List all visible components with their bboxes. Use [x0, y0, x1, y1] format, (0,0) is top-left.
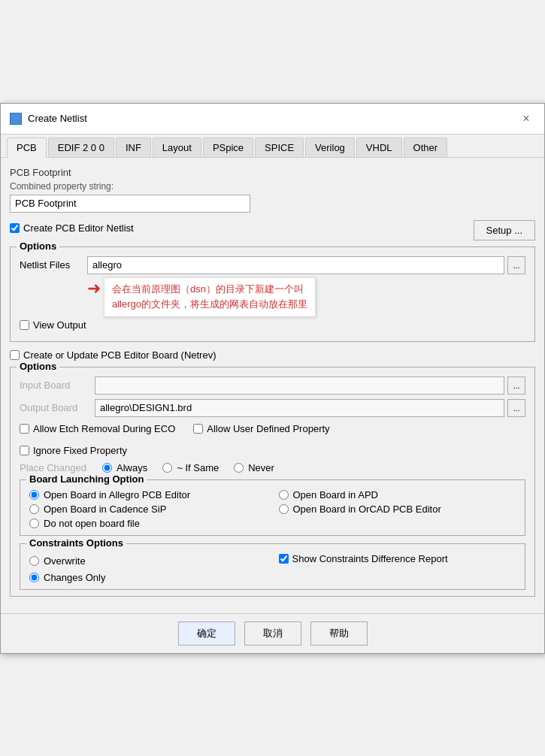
overwrite-label: Overwrite [44, 555, 86, 567]
constraints-overwrite[interactable]: Overwrite [29, 555, 267, 567]
place-changed-always-radio[interactable] [102, 463, 112, 473]
place-changed-options: Always ~ If Same Never [102, 462, 274, 473]
board-apd-radio[interactable] [279, 490, 289, 500]
create-pcb-netlist-checkbox[interactable] [10, 223, 20, 233]
board-sip-label: Open Board in Cadence SiP [44, 503, 166, 515]
changes-only-radio[interactable] [29, 573, 39, 582]
tab-pspice[interactable]: PSpice [203, 138, 253, 157]
tab-other[interactable]: Other [404, 138, 448, 157]
pcb-footprint-section: PCB Footprint Combined property string: [10, 167, 535, 213]
input-board-input[interactable] [95, 376, 504, 395]
tab-spice[interactable]: SPICE [255, 138, 304, 157]
pcb-footprint-label: PCB Footprint [10, 167, 535, 178]
combined-property-input[interactable] [10, 195, 250, 213]
confirm-button[interactable]: 确定 [178, 621, 235, 646]
show-constraints-label: Show Constraints Difference Report [292, 553, 448, 564]
view-output-checkbox-row: View Output [20, 319, 525, 331]
allow-user-row: Allow User Defined Property [193, 423, 329, 434]
options-title-2: Options [17, 361, 59, 372]
output-board-input-group: ... [95, 399, 525, 417]
ignore-fixed-checkbox[interactable] [20, 446, 29, 455]
tab-layout[interactable]: Layout [153, 138, 201, 157]
close-button[interactable]: × [517, 110, 535, 128]
create-or-update-label: Create or Update PCB Editor Board (Netre… [23, 349, 216, 361]
create-or-update-checkbox[interactable] [10, 350, 20, 360]
tab-vhdl[interactable]: VHDL [356, 138, 402, 157]
tab-verilog[interactable]: Verilog [305, 138, 355, 157]
output-board-input[interactable] [95, 399, 504, 417]
show-constraints-row[interactable]: Show Constraints Difference Report [279, 553, 516, 564]
window-title: Create Netlist [28, 113, 87, 124]
board-option-allegro[interactable]: Open Board in Allegro PCB Editor [29, 489, 267, 500]
board-orcad-label: Open Board in OrCAD PCB Editor [293, 503, 441, 515]
constraints-grid: Overwrite Show Constraints Difference Re… [29, 553, 516, 583]
annotation-container: ➜ 会在当前原理图（dsn）的目录下新建一个叫 allergo的文件夹，将生成的… [87, 277, 316, 318]
place-changed-never[interactable]: Never [234, 462, 274, 473]
create-or-update-row: Create or Update PCB Editor Board (Netre… [10, 349, 535, 361]
title-bar: Create Netlist × [1, 104, 544, 135]
netlist-files-browse-button[interactable]: ... [507, 256, 525, 274]
ignore-fixed-label: Ignore Fixed Property [33, 445, 127, 456]
tab-pcb[interactable]: PCB [7, 138, 47, 158]
netlist-files-right: ... ➜ 会在当前原理图（dsn）的目录下新建一个叫 allergo的文件夹，… [87, 256, 525, 274]
tab-inf[interactable]: INF [116, 138, 151, 157]
options-title-1: Options [17, 240, 59, 252]
input-board-label: Input Board [20, 380, 95, 391]
view-output-row: View Output [20, 319, 525, 331]
board-noopen-radio[interactable] [29, 519, 39, 528]
netlist-files-row: Netlist Files ... ➜ 会在当前原理图（dsn）的目录下新建一个… [20, 256, 525, 274]
input-board-input-group: ... [95, 376, 525, 395]
board-launching-content: Open Board in Allegro PCB Editor Open Bo… [29, 489, 516, 529]
changes-only-label: Changes Only [44, 572, 105, 583]
combined-property-label: Combined property string: [10, 181, 535, 192]
board-orcad-radio[interactable] [279, 504, 289, 514]
constraints-content: Overwrite Show Constraints Difference Re… [29, 553, 516, 583]
cancel-button[interactable]: 取消 [244, 621, 301, 646]
setup-button[interactable]: Setup ... [474, 220, 535, 240]
title-bar-left: Create Netlist [10, 113, 87, 125]
constraints-changes-only[interactable]: Changes Only [29, 572, 267, 583]
place-changed-ifsame-radio[interactable] [162, 463, 172, 473]
netlist-files-input-group: ... [87, 256, 525, 274]
tab-edif[interactable]: EDIF 2 0 0 [48, 138, 114, 157]
view-output-checkbox[interactable] [20, 320, 29, 330]
input-board-row: Input Board ... [20, 376, 525, 395]
arrow-icon: ➜ [87, 280, 101, 297]
board-sip-radio[interactable] [29, 504, 39, 514]
board-allegro-label: Open Board in Allegro PCB Editor [44, 489, 190, 500]
input-board-browse-button[interactable]: ... [507, 376, 525, 395]
tab-bar: PCB EDIF 2 0 0 INF Layout PSpice SPICE V… [1, 135, 544, 158]
board-option-orcad[interactable]: Open Board in OrCAD PCB Editor [279, 503, 516, 515]
place-changed-always[interactable]: Always [102, 462, 147, 473]
constraints-group: Constraints Options Overwrite Show Const… [20, 543, 525, 590]
show-constraints-checkbox[interactable] [279, 554, 289, 564]
board-allegro-radio[interactable] [29, 490, 39, 500]
overwrite-radio[interactable] [29, 556, 39, 566]
create-pcb-editor-netlist-row: Create PCB Editor Netlist [10, 222, 134, 234]
options-group-1: Options Netlist Files ... ➜ [10, 246, 535, 342]
board-launching-group: Board Launching Option Open Board in All… [20, 479, 525, 536]
main-window: Create Netlist × PCB EDIF 2 0 0 INF Layo… [0, 103, 545, 654]
output-board-browse-button[interactable]: ... [507, 399, 525, 417]
constraints-title: Constraints Options [26, 537, 126, 549]
board-noopen-label: Do not open board file [44, 518, 140, 529]
tab-content: PCB Footprint Combined property string: … [1, 158, 544, 613]
place-changed-never-radio[interactable] [234, 463, 244, 473]
annotation-popup: 会在当前原理图（dsn）的目录下新建一个叫 allergo的文件夹，将生成的网表… [104, 277, 316, 318]
allow-etch-checkbox[interactable] [20, 424, 29, 434]
help-button[interactable]: 帮助 [310, 621, 368, 646]
place-changed-ifsame[interactable]: ~ If Same [162, 462, 219, 473]
view-output-label: View Output [33, 319, 86, 331]
allow-user-checkbox[interactable] [193, 424, 203, 434]
place-changed-never-label: Never [248, 462, 274, 473]
ignore-fixed-row: Ignore Fixed Property [20, 445, 525, 456]
options-content-2: Input Board ... Output Board ... [20, 376, 525, 590]
board-option-cadence-sip[interactable]: Open Board in Cadence SiP [29, 503, 267, 515]
allow-etch-label: Allow Etch Removal During ECO [33, 423, 175, 434]
netlist-files-input[interactable] [87, 256, 504, 274]
options-group-2: Options Input Board ... Output Board ... [10, 367, 535, 597]
place-changed-always-label: Always [117, 462, 147, 473]
board-option-apd[interactable]: Open Board in APD [279, 489, 516, 500]
place-changed-ifsame-label: ~ If Same [177, 462, 219, 473]
board-option-no-open[interactable]: Do not open board file [29, 518, 267, 529]
